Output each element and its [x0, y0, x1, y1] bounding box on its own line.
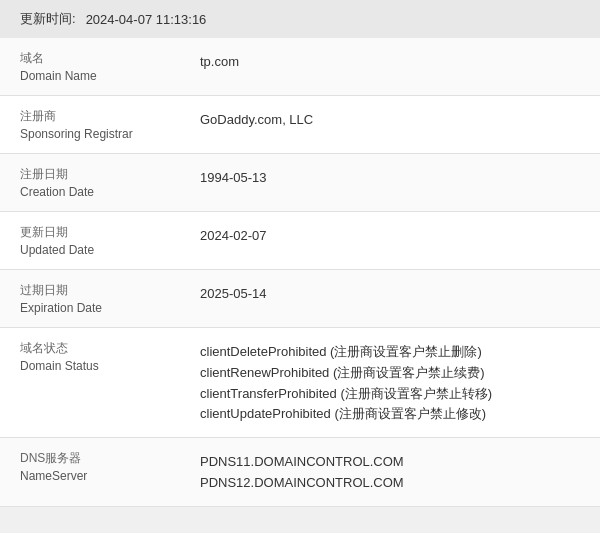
value-line: PDNS12.DOMAINCONTROL.COM [200, 473, 580, 494]
value-col: GoDaddy.com, LLC [200, 108, 580, 141]
whois-container: 更新时间: 2024-04-07 11:13:16 域名Domain Namet… [0, 0, 600, 507]
label-zh: 域名 [20, 50, 200, 67]
table-row: 域名状态Domain StatusclientDeleteProhibited … [0, 328, 600, 438]
label-zh: 过期日期 [20, 282, 200, 299]
value-line: clientTransferProhibited (注册商设置客户禁止转移) [200, 384, 580, 405]
label-col: 域名状态Domain Status [20, 340, 200, 425]
value-line: 1994-05-13 [200, 168, 580, 189]
value-line: PDNS11.DOMAINCONTROL.COM [200, 452, 580, 473]
value-line: clientRenewProhibited (注册商设置客户禁止续费) [200, 363, 580, 384]
update-label: 更新时间: [20, 10, 76, 28]
table-row: 注册商Sponsoring RegistrarGoDaddy.com, LLC [0, 96, 600, 154]
label-col: 域名Domain Name [20, 50, 200, 83]
rows-container: 域名Domain Nametp.com注册商Sponsoring Registr… [0, 38, 600, 507]
value-col: 2025-05-14 [200, 282, 580, 315]
label-en: Creation Date [20, 185, 200, 199]
table-row: 更新日期Updated Date2024-02-07 [0, 212, 600, 270]
label-col: 过期日期Expiration Date [20, 282, 200, 315]
label-zh: DNS服务器 [20, 450, 200, 467]
value-col: 1994-05-13 [200, 166, 580, 199]
label-col: 更新日期Updated Date [20, 224, 200, 257]
label-en: Updated Date [20, 243, 200, 257]
value-line: 2024-02-07 [200, 226, 580, 247]
label-en: Domain Name [20, 69, 200, 83]
label-en: Domain Status [20, 359, 200, 373]
label-zh: 注册日期 [20, 166, 200, 183]
update-value: 2024-04-07 11:13:16 [86, 12, 207, 27]
value-col: 2024-02-07 [200, 224, 580, 257]
value-col: tp.com [200, 50, 580, 83]
value-line: GoDaddy.com, LLC [200, 110, 580, 131]
label-en: Sponsoring Registrar [20, 127, 200, 141]
label-col: 注册商Sponsoring Registrar [20, 108, 200, 141]
label-col: DNS服务器NameServer [20, 450, 200, 494]
table-row: 过期日期Expiration Date2025-05-14 [0, 270, 600, 328]
table-row: DNS服务器NameServerPDNS11.DOMAINCONTROL.COM… [0, 438, 600, 507]
label-en: NameServer [20, 469, 200, 483]
label-col: 注册日期Creation Date [20, 166, 200, 199]
label-en: Expiration Date [20, 301, 200, 315]
table-row: 注册日期Creation Date1994-05-13 [0, 154, 600, 212]
value-col: PDNS11.DOMAINCONTROL.COMPDNS12.DOMAINCON… [200, 450, 580, 494]
label-zh: 更新日期 [20, 224, 200, 241]
label-zh: 注册商 [20, 108, 200, 125]
value-line: clientDeleteProhibited (注册商设置客户禁止删除) [200, 342, 580, 363]
label-zh: 域名状态 [20, 340, 200, 357]
value-col: clientDeleteProhibited (注册商设置客户禁止删除)clie… [200, 340, 580, 425]
table-row: 域名Domain Nametp.com [0, 38, 600, 96]
value-line: clientUpdateProhibited (注册商设置客户禁止修改) [200, 404, 580, 425]
value-line: 2025-05-14 [200, 284, 580, 305]
value-line: tp.com [200, 52, 580, 73]
update-bar: 更新时间: 2024-04-07 11:13:16 [0, 0, 600, 38]
